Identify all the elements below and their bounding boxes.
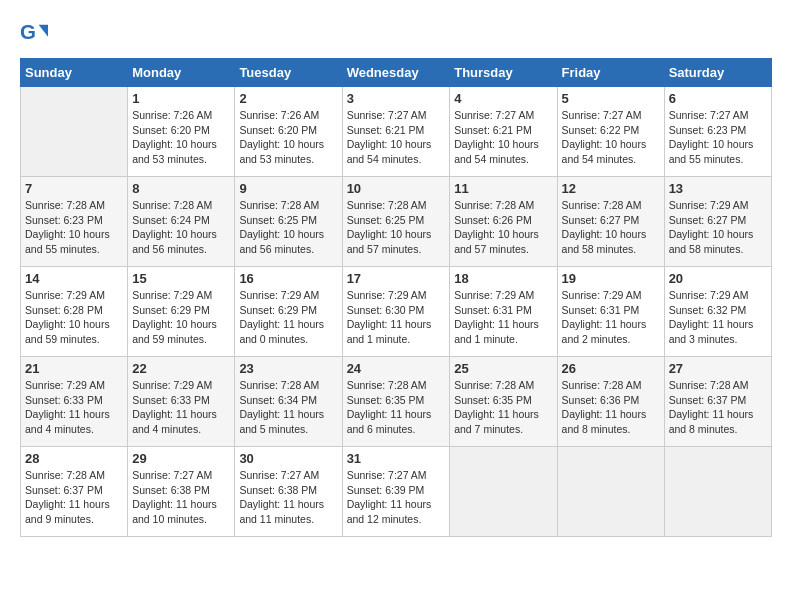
calendar-cell: 9Sunrise: 7:28 AM Sunset: 6:25 PM Daylig… [235,177,342,267]
day-info: Sunrise: 7:29 AM Sunset: 6:27 PM Dayligh… [669,198,767,257]
weekday-header-thursday: Thursday [450,59,557,87]
day-info: Sunrise: 7:28 AM Sunset: 6:37 PM Dayligh… [669,378,767,437]
calendar-cell: 4Sunrise: 7:27 AM Sunset: 6:21 PM Daylig… [450,87,557,177]
calendar-cell [664,447,771,537]
day-number: 6 [669,91,767,106]
day-info: Sunrise: 7:28 AM Sunset: 6:25 PM Dayligh… [347,198,446,257]
day-number: 21 [25,361,123,376]
calendar-cell: 21Sunrise: 7:29 AM Sunset: 6:33 PM Dayli… [21,357,128,447]
calendar-cell: 25Sunrise: 7:28 AM Sunset: 6:35 PM Dayli… [450,357,557,447]
day-info: Sunrise: 7:26 AM Sunset: 6:20 PM Dayligh… [132,108,230,167]
weekday-header-row: SundayMondayTuesdayWednesdayThursdayFrid… [21,59,772,87]
day-info: Sunrise: 7:26 AM Sunset: 6:20 PM Dayligh… [239,108,337,167]
day-number: 22 [132,361,230,376]
calendar-cell: 27Sunrise: 7:28 AM Sunset: 6:37 PM Dayli… [664,357,771,447]
day-info: Sunrise: 7:29 AM Sunset: 6:33 PM Dayligh… [25,378,123,437]
weekday-header-sunday: Sunday [21,59,128,87]
calendar-cell: 12Sunrise: 7:28 AM Sunset: 6:27 PM Dayli… [557,177,664,267]
day-number: 14 [25,271,123,286]
day-info: Sunrise: 7:27 AM Sunset: 6:39 PM Dayligh… [347,468,446,527]
day-info: Sunrise: 7:27 AM Sunset: 6:21 PM Dayligh… [347,108,446,167]
day-info: Sunrise: 7:28 AM Sunset: 6:24 PM Dayligh… [132,198,230,257]
day-number: 4 [454,91,552,106]
calendar-cell: 18Sunrise: 7:29 AM Sunset: 6:31 PM Dayli… [450,267,557,357]
day-number: 18 [454,271,552,286]
day-number: 7 [25,181,123,196]
day-number: 11 [454,181,552,196]
day-info: Sunrise: 7:29 AM Sunset: 6:33 PM Dayligh… [132,378,230,437]
day-number: 13 [669,181,767,196]
day-number: 29 [132,451,230,466]
day-number: 16 [239,271,337,286]
calendar-cell [557,447,664,537]
weekday-header-tuesday: Tuesday [235,59,342,87]
calendar-cell: 29Sunrise: 7:27 AM Sunset: 6:38 PM Dayli… [128,447,235,537]
day-info: Sunrise: 7:29 AM Sunset: 6:29 PM Dayligh… [132,288,230,347]
day-number: 25 [454,361,552,376]
day-info: Sunrise: 7:27 AM Sunset: 6:23 PM Dayligh… [669,108,767,167]
day-info: Sunrise: 7:27 AM Sunset: 6:38 PM Dayligh… [239,468,337,527]
calendar-cell: 14Sunrise: 7:29 AM Sunset: 6:28 PM Dayli… [21,267,128,357]
weekday-header-friday: Friday [557,59,664,87]
calendar-cell: 5Sunrise: 7:27 AM Sunset: 6:22 PM Daylig… [557,87,664,177]
day-number: 9 [239,181,337,196]
calendar-week-5: 28Sunrise: 7:28 AM Sunset: 6:37 PM Dayli… [21,447,772,537]
page-header: G [20,20,772,48]
day-info: Sunrise: 7:27 AM Sunset: 6:38 PM Dayligh… [132,468,230,527]
day-info: Sunrise: 7:28 AM Sunset: 6:23 PM Dayligh… [25,198,123,257]
calendar-cell: 17Sunrise: 7:29 AM Sunset: 6:30 PM Dayli… [342,267,450,357]
calendar-cell: 11Sunrise: 7:28 AM Sunset: 6:26 PM Dayli… [450,177,557,267]
weekday-header-monday: Monday [128,59,235,87]
calendar-cell: 24Sunrise: 7:28 AM Sunset: 6:35 PM Dayli… [342,357,450,447]
svg-text:G: G [20,20,36,43]
day-info: Sunrise: 7:29 AM Sunset: 6:28 PM Dayligh… [25,288,123,347]
day-number: 24 [347,361,446,376]
calendar-cell: 2Sunrise: 7:26 AM Sunset: 6:20 PM Daylig… [235,87,342,177]
calendar-cell: 3Sunrise: 7:27 AM Sunset: 6:21 PM Daylig… [342,87,450,177]
day-info: Sunrise: 7:27 AM Sunset: 6:22 PM Dayligh… [562,108,660,167]
weekday-header-saturday: Saturday [664,59,771,87]
calendar-cell: 19Sunrise: 7:29 AM Sunset: 6:31 PM Dayli… [557,267,664,357]
day-number: 5 [562,91,660,106]
calendar-cell [21,87,128,177]
day-info: Sunrise: 7:29 AM Sunset: 6:31 PM Dayligh… [454,288,552,347]
day-number: 20 [669,271,767,286]
day-number: 27 [669,361,767,376]
calendar-cell: 15Sunrise: 7:29 AM Sunset: 6:29 PM Dayli… [128,267,235,357]
day-number: 31 [347,451,446,466]
day-info: Sunrise: 7:28 AM Sunset: 6:34 PM Dayligh… [239,378,337,437]
calendar-cell: 13Sunrise: 7:29 AM Sunset: 6:27 PM Dayli… [664,177,771,267]
day-number: 15 [132,271,230,286]
day-info: Sunrise: 7:28 AM Sunset: 6:27 PM Dayligh… [562,198,660,257]
calendar-week-4: 21Sunrise: 7:29 AM Sunset: 6:33 PM Dayli… [21,357,772,447]
day-number: 28 [25,451,123,466]
day-number: 26 [562,361,660,376]
calendar-cell: 30Sunrise: 7:27 AM Sunset: 6:38 PM Dayli… [235,447,342,537]
day-info: Sunrise: 7:29 AM Sunset: 6:32 PM Dayligh… [669,288,767,347]
svg-marker-1 [39,25,48,37]
day-info: Sunrise: 7:29 AM Sunset: 6:29 PM Dayligh… [239,288,337,347]
day-info: Sunrise: 7:28 AM Sunset: 6:26 PM Dayligh… [454,198,552,257]
calendar-cell: 26Sunrise: 7:28 AM Sunset: 6:36 PM Dayli… [557,357,664,447]
calendar-cell [450,447,557,537]
calendar-cell: 7Sunrise: 7:28 AM Sunset: 6:23 PM Daylig… [21,177,128,267]
calendar-week-3: 14Sunrise: 7:29 AM Sunset: 6:28 PM Dayli… [21,267,772,357]
calendar-cell: 31Sunrise: 7:27 AM Sunset: 6:39 PM Dayli… [342,447,450,537]
day-info: Sunrise: 7:28 AM Sunset: 6:35 PM Dayligh… [454,378,552,437]
day-number: 8 [132,181,230,196]
calendar-week-2: 7Sunrise: 7:28 AM Sunset: 6:23 PM Daylig… [21,177,772,267]
day-number: 12 [562,181,660,196]
calendar-cell: 23Sunrise: 7:28 AM Sunset: 6:34 PM Dayli… [235,357,342,447]
day-info: Sunrise: 7:27 AM Sunset: 6:21 PM Dayligh… [454,108,552,167]
calendar-cell: 10Sunrise: 7:28 AM Sunset: 6:25 PM Dayli… [342,177,450,267]
weekday-header-wednesday: Wednesday [342,59,450,87]
day-number: 2 [239,91,337,106]
day-info: Sunrise: 7:28 AM Sunset: 6:35 PM Dayligh… [347,378,446,437]
day-number: 23 [239,361,337,376]
calendar-cell: 1Sunrise: 7:26 AM Sunset: 6:20 PM Daylig… [128,87,235,177]
day-info: Sunrise: 7:28 AM Sunset: 6:25 PM Dayligh… [239,198,337,257]
calendar-cell: 16Sunrise: 7:29 AM Sunset: 6:29 PM Dayli… [235,267,342,357]
day-info: Sunrise: 7:28 AM Sunset: 6:37 PM Dayligh… [25,468,123,527]
logo: G [20,20,52,48]
calendar-cell: 20Sunrise: 7:29 AM Sunset: 6:32 PM Dayli… [664,267,771,357]
